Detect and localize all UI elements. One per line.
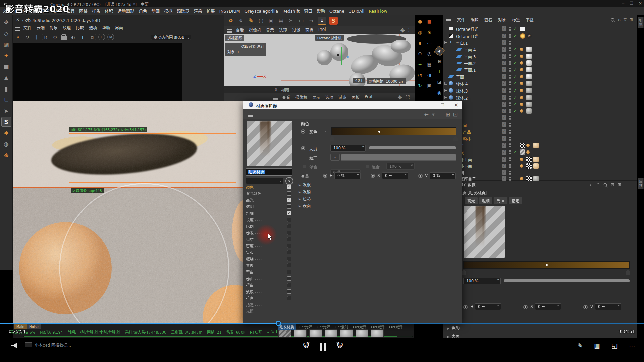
tag-chip[interactable] xyxy=(526,47,532,52)
s-field[interactable]: 0 % xyxy=(382,172,408,179)
tag-chip[interactable] xyxy=(520,149,525,155)
viewport-tool-icon[interactable]: ◉ xyxy=(435,88,443,97)
v-radio[interactable] xyxy=(418,174,423,178)
gradient-knot[interactable] xyxy=(378,131,380,133)
object-row[interactable]: 自 xyxy=(443,121,637,128)
toolbar-icon[interactable]: ‖ xyxy=(33,34,40,40)
object-row[interactable]: 球体.4 xyxy=(443,80,637,87)
toolbar-icon[interactable]: ▫ xyxy=(89,34,96,40)
object-row[interactable]: 球体.2 xyxy=(443,94,637,101)
tab-noise[interactable]: Noise xyxy=(27,324,41,329)
maximize-view-icon[interactable]: ⛶ xyxy=(409,27,412,34)
channel-row[interactable]: 长度 xyxy=(246,217,293,223)
object-name[interactable]: 球体.2 xyxy=(456,95,468,101)
tool-icon[interactable]: ▮ xyxy=(1,84,11,94)
plugin-icon[interactable]: ▢ xyxy=(257,17,265,25)
brightness-field[interactable]: 100 % xyxy=(330,145,366,152)
s-radio[interactable] xyxy=(371,174,375,178)
object-row[interactable]: 平面 xyxy=(443,73,637,80)
camera-label[interactable]: Octane摄像机 xyxy=(315,35,344,41)
menu-item[interactable]: 扩展 xyxy=(207,7,215,15)
toolbar-icon[interactable]: + xyxy=(79,34,86,40)
toolbar-icon[interactable]: M xyxy=(107,34,114,40)
visibility-dots[interactable] xyxy=(509,157,511,161)
menu-item[interactable]: 帮助 xyxy=(102,25,110,31)
visibility-dots[interactable] xyxy=(509,137,511,141)
lock-icon[interactable]: ⊡ xyxy=(611,182,614,187)
tag-chip[interactable] xyxy=(526,81,532,86)
mix-checkbox[interactable] xyxy=(303,165,306,168)
channel-checkbox[interactable] xyxy=(287,237,291,241)
layer-chip[interactable] xyxy=(502,109,506,113)
tag-chip[interactable] xyxy=(526,33,532,39)
up-icon[interactable]: ↑ xyxy=(596,182,600,187)
viewport-menu-item[interactable]: 选项 xyxy=(279,27,287,33)
maximize-button[interactable]: ❐ xyxy=(630,1,633,6)
visibility-dots[interactable] xyxy=(509,47,511,51)
octane-object-icon[interactable]: ■ xyxy=(425,17,433,25)
attribute-tab[interactable]: 光照 xyxy=(494,197,507,204)
object-row[interactable]: Octane灯光 xyxy=(443,25,637,32)
tag-chip[interactable] xyxy=(520,55,523,58)
visibility-dots[interactable] xyxy=(509,88,511,93)
visibility-dots[interactable] xyxy=(509,54,511,58)
menu-item[interactable]: 窗口 xyxy=(304,7,312,15)
tag-chip[interactable] xyxy=(520,164,523,168)
visibility-dots[interactable] xyxy=(509,61,511,65)
tool-icon[interactable]: ◇ xyxy=(1,28,11,38)
channel-row[interactable]: 高光 xyxy=(246,197,293,203)
channel-checkbox[interactable] xyxy=(287,204,291,209)
object-name[interactable]: 产品 xyxy=(463,129,471,135)
channel-row[interactable]: 缠绕 xyxy=(246,256,293,262)
tag-chip[interactable] xyxy=(520,158,523,161)
home-icon[interactable]: ⌂ xyxy=(618,17,621,22)
object-name[interactable]: 平面.4 xyxy=(464,47,476,52)
visibility-dots[interactable] xyxy=(509,27,511,31)
tag-chip[interactable] xyxy=(520,82,523,85)
v-field[interactable]: 0 % xyxy=(595,303,621,310)
hamburger-icon[interactable] xyxy=(248,114,253,117)
maximize-icon[interactable]: ❐ xyxy=(441,102,444,107)
visibility-dots[interactable] xyxy=(509,102,511,106)
mix-checkbox[interactable] xyxy=(366,165,369,168)
dropdown-icon[interactable]: ▾ xyxy=(432,111,435,118)
object-row[interactable]: Octane日光 xyxy=(443,33,637,39)
menu-item[interactable]: 3DToAll xyxy=(349,7,364,15)
object-row[interactable]: 球体.3 xyxy=(443,87,637,94)
texture-field[interactable] xyxy=(341,154,456,161)
enabled-check-icon[interactable] xyxy=(513,33,517,38)
layer-chip[interactable] xyxy=(502,74,506,79)
section-tips[interactable]: 发梢 xyxy=(299,189,311,194)
expand-icon[interactable] xyxy=(444,41,447,44)
tag-chip[interactable] xyxy=(526,67,532,72)
brightness-field[interactable]: 100 % xyxy=(463,278,501,284)
attribute-tab[interactable]: 高光 xyxy=(464,197,478,204)
liveviewer-close-icon[interactable]: × xyxy=(16,17,19,22)
layer-chip[interactable] xyxy=(502,143,506,148)
minimize-button[interactable]: ─ xyxy=(622,1,624,6)
octane-object-icon[interactable]: ☀ xyxy=(425,28,433,36)
layer-chip[interactable] xyxy=(502,170,506,175)
viewport-menu-item[interactable]: 面板 xyxy=(352,94,360,100)
tag-chip[interactable] xyxy=(520,61,523,65)
texture-dropdown-icon[interactable]: ▾ xyxy=(330,154,340,161)
menu-item[interactable]: 对象 xyxy=(50,25,58,31)
viewport-menu-item[interactable]: 摄像机 xyxy=(295,94,307,100)
octane-object-icon[interactable]: ◎ xyxy=(425,50,433,58)
channel-row[interactable]: 置换 xyxy=(246,262,293,269)
object-row[interactable]: 粉扑 xyxy=(443,135,637,142)
channel-row[interactable]: 弯曲 xyxy=(246,269,293,276)
menu-item[interactable]: 比较 xyxy=(76,25,84,31)
channel-row[interactable]: 指定 xyxy=(246,301,293,308)
tag-chip[interactable] xyxy=(526,102,532,107)
toolbar-icon[interactable]: R xyxy=(42,34,49,40)
octane-object-icon[interactable]: ▣ xyxy=(425,82,433,90)
material-thumb[interactable] xyxy=(356,329,368,337)
tag-chip[interactable] xyxy=(526,60,532,66)
h-field[interactable]: 0 % xyxy=(334,172,361,179)
gradient-handle-left[interactable] xyxy=(330,136,334,141)
material-preview[interactable] xyxy=(247,121,292,166)
layer-chip[interactable] xyxy=(502,102,506,107)
channel-row[interactable]: 光照 xyxy=(246,308,293,315)
h-field[interactable]: 0 % xyxy=(475,303,501,310)
